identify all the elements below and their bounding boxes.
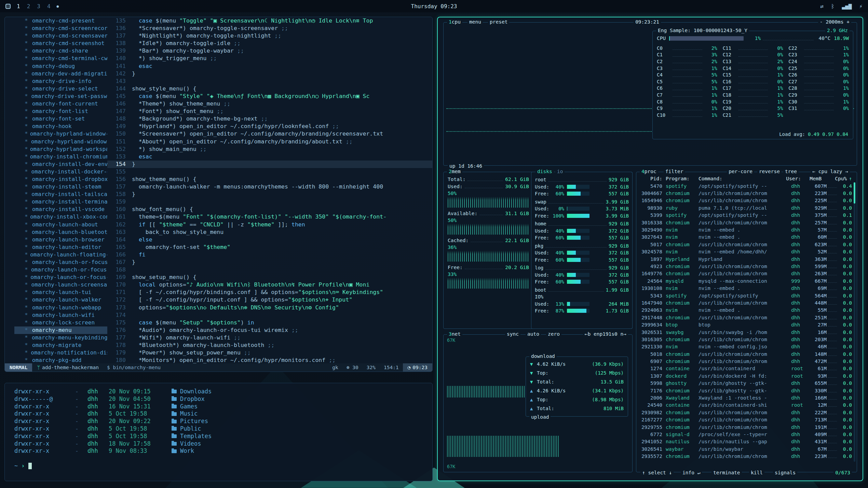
preset-button[interactable]: preset	[488, 19, 509, 25]
tab-io[interactable]: io	[555, 169, 565, 174]
code-line[interactable]: 140 *) show_trigger_menu ;;	[107, 55, 432, 62]
file-tree-item[interactable]: * omarchy-migrate	[25, 341, 107, 349]
process-row[interactable]: 2999634 btop btop dhh 27M 0.0	[640, 321, 852, 328]
code-line[interactable]: 177 *Wifi*) omarchy-launch-wifi ;;	[107, 334, 432, 341]
code-line[interactable]: 165 omarchy-font-set "$theme"	[107, 243, 432, 251]
file-tree-item[interactable]: * omarchy-install-tailscale	[25, 191, 107, 198]
info-button[interactable]: info ↵	[681, 470, 702, 475]
file-tree-item[interactable]: * omarchy-install-terminal	[25, 198, 107, 206]
code-line[interactable]: 175 case $(menu "Setup" "$options") in	[107, 319, 432, 326]
process-row[interactable]: 7176 chromium /usr/lib/ghostty --gtk- dh…	[640, 387, 852, 394]
terminate-button[interactable]: terminate	[711, 470, 742, 475]
code-line[interactable]: 171 [ -f ~/.config/hypr/bindings.conf ] …	[107, 289, 432, 296]
file-tree-item[interactable]: * omarchy-lock-screen	[25, 319, 107, 326]
process-scrollbar[interactable]	[854, 182, 855, 462]
menu-button[interactable]: menu	[467, 19, 483, 25]
code-line[interactable]: 144 show_style_menu() {	[107, 85, 432, 93]
code-line[interactable]: 168	[107, 266, 432, 274]
header-user[interactable]: User:	[786, 176, 804, 181]
bluetooth-icon[interactable]: ᛒ	[831, 3, 835, 10]
file-tree-item[interactable]: * omarchy-font-set	[25, 115, 107, 123]
process-row[interactable]: 2006 Xwayland Xwayland :1 -rootless - dh…	[640, 394, 852, 401]
file-tree-item[interactable]: * omarchy-drive-select	[25, 85, 107, 93]
terminal-window[interactable]: drwxr-xr-x - dhh 20 Nov 09:15 Downloads …	[4, 383, 433, 481]
sort-column-selector[interactable]: ← cpu lazy →	[811, 169, 850, 174]
memory-panel-title[interactable]: 2mem	[447, 169, 462, 174]
process-row[interactable]: 24564 mysqld mysqld --max-connection 999…	[640, 277, 852, 284]
process-row[interactable]: 5470 spotify /opt/spotify/spotify -- dhh…	[640, 182, 852, 190]
code-line[interactable]: 142 }	[107, 70, 432, 78]
cpu-panel-title[interactable]: 1cpu	[447, 19, 462, 25]
file-tree-item[interactable]: * omarchy-hyprland-workspace-toggle	[25, 145, 107, 153]
process-row[interactable]: 5017 chromium /usr/lib/chromium/chrom dh…	[640, 241, 852, 248]
file-tree-item[interactable]: * omarchy-launch-floating-terminal	[25, 251, 107, 259]
clock[interactable]: Thursday 09:23	[411, 3, 457, 10]
process-row[interactable]: 2924063 nvim nvim --embed . dhh 55M 0.0	[640, 307, 852, 314]
code-line[interactable]: 161 theme=$(menu "Font" "$(omarchy-font-…	[107, 213, 432, 221]
process-panel-title[interactable]: 4proc	[640, 169, 658, 174]
process-row[interactable]: 6907 chromium /usr/lib/chromium/chrom dh…	[640, 358, 852, 365]
code-line[interactable]: 138 *Idle*) omarchy-toggle-idle ;;	[107, 40, 432, 47]
process-row[interactable]: 2167277 chromium /usr/lib/chromium/chrom…	[640, 416, 852, 423]
process-row[interactable]: 1897 Hyprland Hyprland dhh 363M 0.0	[640, 255, 852, 263]
code-line[interactable]: 137 *Nightlight*) omarchy-toggle-nightli…	[107, 32, 432, 40]
process-row[interactable]: 5018 chromium /usr/lib/chromium/chrom dh…	[640, 350, 852, 358]
code-line[interactable]: 160 show_font_menu() {	[107, 206, 432, 213]
process-row[interactable]: 98930 ruby puma 7.1.0 (tcp://local dhh 9…	[640, 204, 852, 211]
sort-direction-icon[interactable]: ↑	[849, 176, 852, 181]
file-tree-item[interactable]: * omarchy-dev-add-migration	[25, 70, 107, 78]
process-row[interactable]: 5399 spotify /opt/spotify/spotify -- dhh…	[640, 212, 852, 219]
code-line[interactable]: 136 *Screensaver*) omarchy-toggle-screen…	[107, 25, 432, 32]
file-tree-item[interactable]: * omarchy-font-current	[25, 100, 107, 108]
file-tree-item[interactable]: * omarchy-menu-keybindings	[25, 334, 107, 341]
process-row[interactable]: 3004667 chromium /usr/lib/chromium/chrom…	[640, 190, 852, 197]
file-tree-item[interactable]: * omarchy-launch-screensaver	[25, 281, 107, 289]
file-tree-item[interactable]: * omarchy-launch-editor	[25, 243, 107, 251]
file-tree-item[interactable]: * omarchy-cmd-share	[25, 47, 107, 55]
code-line[interactable]: 176 *Audio*) omarchy-launch-or-focus-tui…	[107, 326, 432, 334]
process-row[interactable]: 3027643 nvim nvim --embed . dhh 60M 0.0	[640, 234, 852, 241]
file-tree-item[interactable]: * omarchy-hook	[25, 123, 107, 130]
volume-levels-icon[interactable]: ▃▅▇	[842, 3, 852, 10]
code-line[interactable]: 154 }	[107, 161, 432, 168]
tab-disks[interactable]: disks	[535, 169, 554, 174]
code-line[interactable]: 156 show_theme_menu() {	[107, 176, 432, 183]
process-row[interactable]: 1647940 chromium /usr/lib/chromium/chrom…	[640, 299, 852, 306]
omarchy-logo-icon[interactable]	[5, 4, 11, 9]
power-icon[interactable]: ⚡	[859, 3, 863, 10]
process-row[interactable]: 1649776 chromium /usr/lib/chromium/chrom…	[640, 270, 852, 277]
code-line[interactable]: 170 local options="♪ Audio\n≋ Wifi\nᛒ Bl…	[107, 281, 432, 289]
process-row[interactable]: 1274 containe /usr/bin/containerd root 6…	[640, 365, 852, 372]
process-row[interactable]: 3026531 swaybg /usr/bin/swaybg -i /hom d…	[640, 329, 852, 336]
code-line[interactable]: 148 *Background*) omarchy-theme-bg-next …	[107, 115, 432, 123]
net-auto-tab[interactable]: auto	[526, 331, 541, 337]
file-tree-item[interactable]: * omarchy-install-dev-env	[25, 161, 107, 168]
update-interval-control[interactable]: - 2000ms +	[818, 19, 851, 25]
net-interface-selector[interactable]: ←b enp191s0 n→	[583, 331, 628, 337]
code-line[interactable]: 159	[107, 198, 432, 206]
header-command[interactable]: Command:	[699, 176, 786, 181]
file-tree-item[interactable]: * omarchy-drive-info	[25, 78, 107, 85]
code-line[interactable]: 163 back_to show_style_menu	[107, 228, 432, 236]
process-row[interactable]: 3016305 chromium /usr/lib/chromium/chrom…	[640, 336, 852, 343]
process-row[interactable]: 2930982 chromium /usr/lib/chromium/chrom…	[640, 409, 852, 416]
process-row[interactable]: 3024578 nvim nvim --embed /home/dhh/ dhh…	[640, 248, 852, 255]
process-row[interactable]: 3029490 nvim nvim --embed . dhh 57M 0.0	[640, 226, 852, 233]
code-line[interactable]: 169 show_setup_menu() {	[107, 274, 432, 281]
process-row[interactable]: 2941052 nautilus /usr/bin/nautilus --gap…	[640, 438, 852, 445]
workspace-button[interactable]: 2	[27, 3, 30, 10]
code-line[interactable]: 135 case $(menu "Toggle" "▣ Screensaver\…	[107, 17, 432, 25]
code-line[interactable]: 178 *Bluetooth*) omarchy-launch-bluetoot…	[107, 341, 432, 349]
filter-button[interactable]: filter	[664, 169, 685, 174]
process-row[interactable]: 6772 signal-d /proc/self/exe --type=r dh…	[640, 431, 852, 438]
file-tree-item[interactable]: * omarchy-install-chromium-google-a	[25, 153, 107, 161]
code-line[interactable]: 179 *Power*) show_setup_power_menu ;;	[107, 349, 432, 357]
file-tree-item[interactable]: * omarchy-font-list	[25, 108, 107, 115]
file-tree-item[interactable]: * omarchy-cmd-screensaver	[25, 32, 107, 40]
network-panel-title[interactable]: 3net	[447, 331, 462, 337]
process-row[interactable]: 3016338 chromium /usr/lib/chromium/chrom…	[640, 219, 852, 226]
code-line[interactable]: 166 fi	[107, 251, 432, 259]
process-row[interactable]: 5998 ghostty /usr/bin/ghostty --gtk- dhh…	[640, 380, 852, 387]
workspace-button[interactable]: 3	[37, 3, 40, 10]
code-line[interactable]: 153 esac	[107, 153, 432, 161]
